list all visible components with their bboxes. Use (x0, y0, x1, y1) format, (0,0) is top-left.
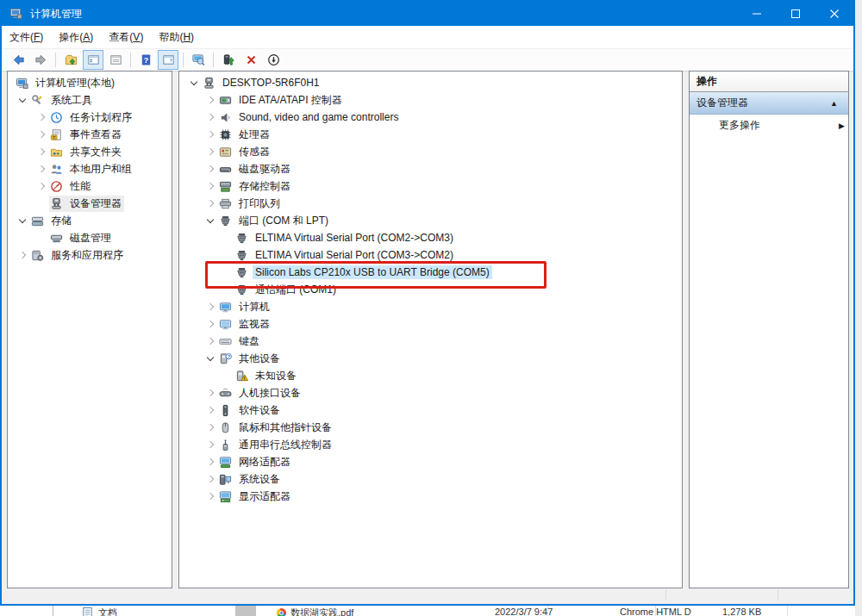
chevron-right-icon[interactable] (203, 470, 218, 488)
device-tree-row[interactable]: 键盘 (179, 333, 682, 350)
chevron-right-icon[interactable] (203, 384, 218, 401)
chevron-right-icon[interactable] (203, 91, 218, 109)
device-tree-row[interactable]: 鼠标和其他指针设备 (179, 419, 682, 436)
chevron-right-icon[interactable] (203, 109, 218, 126)
disable-device-button[interactable] (263, 50, 284, 70)
device-tree-row[interactable]: IDE ATA/ATAPI 控制器 (179, 91, 682, 109)
actions-section-device-manager[interactable]: 设备管理器 ▲ (690, 92, 848, 115)
chevron-right-icon[interactable] (203, 315, 218, 333)
device-tree-row[interactable]: 传感器 (179, 143, 682, 160)
chevron-right-icon[interactable] (203, 401, 218, 419)
device-tree-row[interactable]: Sound, video and game controllers (179, 109, 682, 126)
device-tree-row[interactable]: Silicon Labs CP210x USB to UART Bridge (… (179, 264, 682, 281)
device-tree-row[interactable]: 人机接口设备 (179, 384, 682, 401)
menu-action[interactable]: 操作(A) (51, 26, 101, 48)
menu-help[interactable]: 帮助(H) (151, 26, 202, 48)
back-button[interactable] (8, 50, 28, 70)
file-row[interactable]: 数据湖实践.pdf (277, 607, 353, 616)
chevron-right-icon[interactable] (34, 177, 49, 195)
console-tree-row[interactable]: 本地用户和组 (8, 160, 172, 177)
help-button[interactable]: ? (135, 50, 156, 70)
properties-button[interactable] (105, 50, 126, 70)
device-tree-row[interactable]: 通用串行总线控制器 (179, 436, 682, 453)
storage-icon (30, 214, 44, 227)
chevron-right-icon[interactable] (15, 246, 30, 264)
device-tree-row[interactable]: 打印队列 (179, 195, 682, 212)
triangle-up-icon[interactable]: ▲ (830, 99, 838, 108)
chevron-right-icon[interactable] (203, 419, 218, 436)
device-tree-row[interactable]: 磁盘驱动器 (179, 160, 682, 177)
device-tree-row[interactable]: 端口 (COM 和 LPT) (179, 212, 682, 229)
device-tree-row[interactable]: DESKTOP-5R6F0H1 (179, 74, 682, 91)
console-tree-row[interactable]: 共享文件夹 (8, 143, 172, 160)
action-pane-toggle-button[interactable] (158, 50, 178, 70)
update-driver-button[interactable] (218, 50, 239, 70)
system-device-icon (218, 472, 232, 486)
chevron-right-icon[interactable] (203, 177, 218, 195)
console-tree-row[interactable]: 事件查看器 (8, 126, 172, 143)
device-tree-row[interactable]: 处理器 (179, 126, 682, 143)
chevron-right-icon[interactable] (34, 143, 49, 160)
close-button[interactable] (815, 2, 853, 26)
chevron-right-icon[interactable] (34, 160, 49, 177)
device-tree-row[interactable]: 监视器 (179, 315, 682, 333)
console-tree-row[interactable]: 性能 (8, 177, 172, 195)
chevron-down-icon[interactable] (15, 212, 30, 229)
chevron-right-icon[interactable] (203, 143, 218, 160)
minimize-icon (752, 9, 762, 19)
device-tree-row[interactable]: 计算机 (179, 298, 682, 315)
maximize-button[interactable] (776, 2, 815, 26)
console-tree-row[interactable]: 存储 (8, 212, 172, 229)
nav-scrollbar-thumb[interactable] (235, 606, 256, 616)
help-icon: ? (140, 53, 153, 66)
menu-file[interactable]: 文件(F) (2, 26, 51, 48)
device-tree-row[interactable]: ?其他设备 (179, 350, 682, 367)
chevron-right-icon[interactable] (34, 126, 49, 143)
console-tree-row[interactable]: 系统工具 (8, 91, 172, 109)
nav-item-documents[interactable]: 文档 (81, 607, 117, 616)
menu-view[interactable]: 查看(V) (101, 26, 151, 48)
chevron-down-icon[interactable] (186, 74, 202, 91)
device-tree-row[interactable]: 网络适配器 (179, 453, 682, 470)
device-tree-row[interactable]: 系统设备 (179, 470, 682, 488)
folder-button[interactable] (60, 50, 81, 70)
device-tree-row[interactable]: 存储控制器 (179, 177, 682, 195)
device-tree-row[interactable]: ELTIMA Virtual Serial Port (COM3->COM2) (179, 246, 682, 264)
window-status-strip (2, 588, 853, 602)
uninstall-device-button[interactable] (240, 50, 261, 70)
chevron-right-icon[interactable] (203, 195, 218, 212)
chevron-right-icon[interactable] (34, 109, 49, 126)
chevron-right-icon[interactable] (203, 333, 218, 350)
chevron-down-icon[interactable] (15, 91, 30, 109)
chevron-right-icon[interactable] (203, 488, 218, 505)
more-actions-item[interactable]: 更多操作 ▶ (690, 115, 848, 136)
console-tree-row[interactable]: 服务和应用程序 (8, 246, 172, 264)
status-divider (778, 590, 778, 600)
chevron-right-icon[interactable] (203, 436, 218, 453)
scan-hardware-button[interactable] (188, 50, 209, 70)
toolbar-separator (183, 53, 184, 67)
device-tree-row[interactable]: ELTIMA Virtual Serial Port (COM2->COM3) (179, 229, 682, 246)
computer-management-window: 计算机管理 文件(F)操作(A)查看(V)帮助(H) ? 计算机管理(本地)系统… (0, 0, 855, 606)
chevron-down-icon[interactable] (203, 212, 218, 229)
console-tree-row[interactable]: 磁盘管理 (8, 229, 172, 246)
chevron-spacer (219, 229, 234, 246)
chevron-spacer (219, 264, 234, 281)
console-tree-row[interactable]: 设备管理器 (8, 195, 172, 212)
device-tree-row[interactable]: 软件设备 (179, 401, 682, 419)
console-tree-row[interactable]: 计算机管理(本地) (8, 74, 172, 91)
console-tree-row[interactable]: 任务计划程序 (8, 109, 172, 126)
device-tree-row[interactable]: 未知设备 (179, 367, 682, 384)
chevron-down-icon[interactable] (203, 350, 218, 367)
device-tree-row[interactable]: 显示适配器 (179, 488, 682, 505)
chevron-right-icon[interactable] (203, 453, 218, 470)
computer-icon (218, 300, 232, 314)
chevron-right-icon[interactable] (203, 126, 218, 143)
minimize-button[interactable] (737, 2, 776, 26)
forward-button[interactable] (30, 50, 51, 70)
chevron-right-icon[interactable] (203, 298, 218, 315)
chevron-right-icon[interactable] (203, 160, 218, 177)
serial-port-icon (234, 283, 248, 296)
console-tree-toggle-button[interactable] (83, 50, 103, 70)
device-tree-row[interactable]: 通信端口 (COM1) (179, 281, 682, 298)
